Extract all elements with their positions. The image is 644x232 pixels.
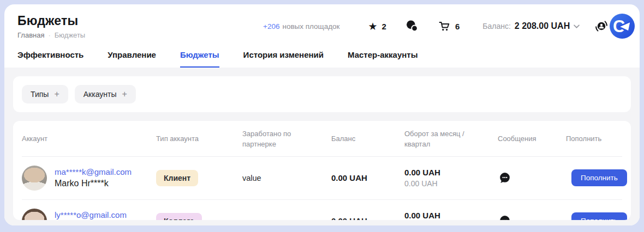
account-name: Marko Hr****k: [55, 179, 132, 188]
app-logo[interactable]: C: [609, 13, 635, 39]
account-type-badge: Коллега: [156, 213, 202, 220]
account-email-link[interactable]: ma*****k@gmail.com: [55, 167, 132, 176]
message-button[interactable]: [498, 171, 513, 185]
account-email-link[interactable]: ly*****o@gmail.com: [55, 210, 127, 219]
breadcrumb-separator: ·: [48, 31, 50, 39]
topup-button[interactable]: Пополнить: [571, 212, 627, 220]
account-cell: ma*****k@gmail.com Marko Hr****k: [22, 166, 156, 191]
cart-icon: [438, 20, 451, 33]
avatar: [22, 166, 47, 191]
turnover-month: 0.00 UAH: [404, 168, 498, 177]
top-header: Бюджеты Главная · Бюджеты +206 новых пло…: [4, 4, 640, 39]
balance-value: 2 208.00 UAH: [515, 21, 570, 31]
new-sites-label: новых площадок: [282, 22, 339, 30]
balance-label: Баланс:: [482, 22, 511, 30]
tab-bar: Эффективность Управление Бюджеты История…: [9, 39, 640, 68]
account-type-badge: Клиент: [156, 170, 198, 186]
col-header-messages: Сообщения: [498, 134, 566, 144]
breadcrumb-current: Бюджеты: [55, 31, 85, 39]
topup-button[interactable]: Пополнить: [571, 169, 627, 186]
cart-button[interactable]: 6: [438, 20, 460, 33]
plus-icon: +: [122, 90, 127, 99]
filter-accounts-label: Аккаунты: [84, 90, 117, 99]
earned-cell: value: [242, 174, 331, 182]
tab-budgets[interactable]: Бюджеты: [180, 50, 219, 68]
account-info: ly*****o@gmail.com Lyudmyla Fe****o: [55, 210, 127, 220]
tab-management[interactable]: Управление: [108, 50, 156, 68]
turnover-cell: 0.00 UAH 0.00 UAH: [404, 168, 498, 188]
message-bubble-icon: [498, 214, 512, 220]
message-bubble-icon: [498, 171, 512, 185]
title-block: Бюджеты Главная · Бюджеты: [17, 14, 263, 39]
col-header-turnover: Оборот за месяц / квартал: [404, 129, 498, 150]
balance-cell: 0.00 UAH: [331, 216, 404, 220]
cart-count: 6: [455, 22, 460, 31]
account-type-cell: Клиент: [156, 170, 242, 186]
plus-icon: +: [54, 90, 59, 99]
account-info: ma*****k@gmail.com Marko Hr****k: [55, 167, 132, 188]
filter-types-label: Типы: [31, 90, 49, 99]
balance-dropdown[interactable]: Баланс: 2 208.00 UAH: [482, 21, 580, 31]
col-header-topup: Пополнить: [566, 134, 622, 144]
turnover-month: 0.00 UAH: [404, 211, 498, 220]
filter-types-chip[interactable]: Типы +: [22, 85, 68, 103]
breadcrumb-home-link[interactable]: Главная: [17, 31, 44, 39]
accounts-table: Аккаунт Тип аккаунта Заработано по партн…: [13, 121, 631, 220]
user-status-icon: [594, 19, 609, 34]
favorites-button[interactable]: ★ 2: [368, 21, 386, 32]
avatar: [22, 209, 47, 220]
messages-button[interactable]: [405, 19, 419, 33]
content-area: Типы + Аккаунты + Аккаунт Тип аккаунта З…: [4, 68, 640, 225]
table-row: ly*****o@gmail.com Lyudmyla Fe****o Колл…: [22, 200, 622, 220]
favorites-count: 2: [382, 22, 386, 31]
turnover-cell: 0.00 UAH 0.00 UAH: [404, 211, 498, 220]
user-status-button[interactable]: [594, 19, 609, 34]
chat-bubbles-icon: [405, 19, 419, 33]
turnover-quarter: 0.00 UAH: [404, 179, 498, 188]
col-header-earned: Заработано по партнерке: [242, 129, 331, 150]
star-icon: ★: [368, 21, 378, 32]
breadcrumb: Главная · Бюджеты: [17, 31, 263, 39]
filters-panel: Типы + Аккаунты +: [13, 76, 631, 112]
filter-accounts-chip[interactable]: Аккаунты +: [75, 85, 136, 103]
tab-master-accounts[interactable]: Мастер-аккаунты: [348, 50, 418, 68]
tab-change-history[interactable]: История изменений: [243, 50, 324, 68]
app-window: Бюджеты Главная · Бюджеты +206 новых пло…: [4, 4, 640, 225]
chevron-down-icon: [574, 25, 580, 28]
tab-efficiency[interactable]: Эффективность: [17, 50, 84, 68]
new-sites-link[interactable]: +206 новых площадок: [263, 22, 340, 30]
new-sites-count: +206: [263, 22, 279, 30]
account-cell: ly*****o@gmail.com Lyudmyla Fe****o: [22, 209, 156, 220]
message-button[interactable]: [498, 214, 513, 220]
balance-cell: 0.00 UAH: [331, 173, 404, 182]
table-row: ma*****k@gmail.com Marko Hr****k Клиент …: [22, 157, 622, 200]
col-header-account-type: Тип аккаунта: [156, 134, 242, 144]
page-title: Бюджеты: [17, 14, 263, 28]
col-header-balance: Баланс: [331, 134, 404, 144]
table-header-row: Аккаунт Тип аккаунта Заработано по партн…: [22, 121, 622, 157]
logo-icon: C: [609, 13, 635, 39]
earned-cell: —: [242, 217, 331, 220]
col-header-account: Аккаунт: [22, 134, 156, 144]
account-type-cell: Коллега: [156, 213, 242, 220]
